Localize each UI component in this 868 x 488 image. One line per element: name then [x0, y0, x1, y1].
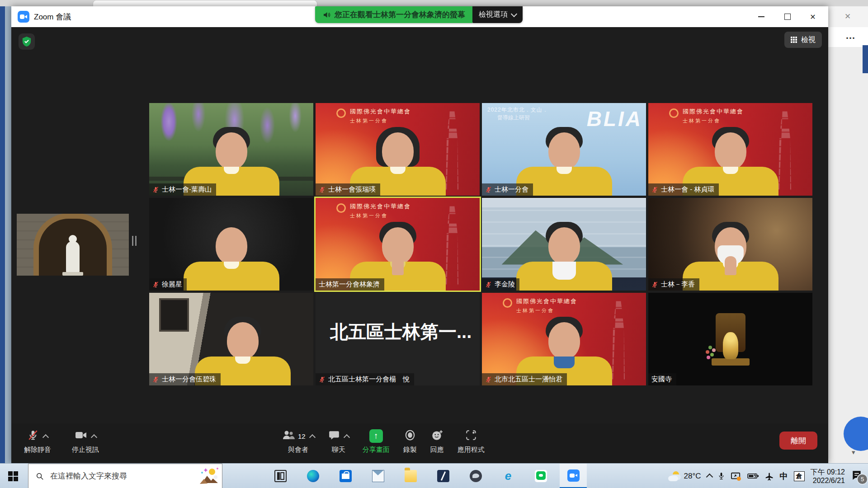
toolbar-button-label: 與會者	[288, 446, 308, 454]
apps-icon	[465, 429, 477, 443]
participant-tile[interactable]: 國際佛光會中華總會士林第一分會士林第一分會林象濟	[316, 198, 480, 291]
taskbar-search[interactable]	[28, 464, 222, 488]
more-options-icon[interactable]: …	[845, 30, 856, 42]
leave-button[interactable]: 離開	[779, 432, 817, 450]
ie-glyph: e	[502, 470, 514, 482]
toolbar-apps-button[interactable]: 應用程式	[458, 429, 485, 454]
taskbar-mail-icon[interactable]	[364, 464, 392, 488]
security-shield-icon[interactable]	[19, 33, 35, 50]
participant-video: 國際佛光會中華總會士林第一分會	[482, 293, 646, 385]
participant-name-label: 士林一分會伍碧珠	[149, 373, 221, 385]
participant-tile[interactable]: 2022年北市北．文山．督導線上研習BLIA士林一分會	[482, 103, 646, 196]
participant-tile[interactable]: 國際佛光會中華總會士林第一分會士林一會張瑞瑛	[316, 103, 480, 196]
toolbar-button-label: 回應	[430, 446, 444, 454]
background-close-icon[interactable]: ✕	[844, 12, 851, 21]
muted-mic-icon	[485, 376, 492, 383]
toolbar-button-label: 停止視訊	[72, 446, 99, 454]
speaker-icon	[322, 11, 330, 19]
taskbar-task-view-icon[interactable]	[267, 464, 294, 488]
view-options-button[interactable]: 檢視選項	[472, 6, 523, 23]
share-banner-message: 您正在觀看士林第一分會林象濟的螢幕	[335, 9, 465, 20]
ime-layout-indicator[interactable]: 倉	[794, 471, 805, 481]
toolbar-participants-button[interactable]: 12與會者	[282, 429, 315, 454]
toolbar-reactions-button[interactable]: 回應	[430, 429, 444, 454]
toolbar-share-button[interactable]: ↑分享畫面	[363, 429, 390, 454]
buddha-altar	[706, 313, 755, 366]
participant-name: 徐麗星	[162, 280, 182, 289]
taskbar-ie-icon[interactable]: e	[495, 464, 522, 488]
participant-name: 士林一會 - 林貞環	[661, 185, 714, 194]
toolbar-button-label: 應用程式	[458, 446, 485, 454]
start-button[interactable]	[0, 464, 26, 488]
participant-tile[interactable]: 士林－李香	[648, 198, 812, 291]
participant-tile[interactable]: 北五區士林第一...北五區士林第一分會楊 悅	[316, 293, 480, 385]
taskbar-store-icon[interactable]	[332, 464, 359, 488]
chevron-up-icon[interactable]	[91, 434, 97, 440]
taskbar-app-dark-icon[interactable]	[429, 464, 457, 488]
toolbar-center-group: 12與會者聊天↑分享畫面錄製回應應用程式	[282, 429, 485, 454]
participant-name: 安國寺	[651, 375, 672, 384]
poster-org-name: 國際佛光會中華總會	[350, 202, 411, 211]
poster-header-text: 國際佛光會中華總會士林第一分會	[350, 108, 411, 124]
mail-glyph	[372, 470, 384, 482]
notification-center-button[interactable]: 5	[851, 469, 864, 483]
taskbar-file-explorer-icon[interactable]	[397, 464, 424, 488]
airplane-icon[interactable]	[765, 472, 774, 481]
muted-mic-icon	[485, 186, 492, 193]
taskbar-app-gray-icon[interactable]	[462, 464, 489, 488]
participant-video: 國際佛光會中華總會士林第一分會	[316, 103, 480, 196]
search-highlight-icon	[199, 466, 220, 487]
gallery-drag-handle[interactable]	[132, 236, 137, 246]
minimize-button[interactable]	[749, 6, 774, 27]
taskbar-zoom-icon[interactable]	[560, 464, 587, 488]
participant-name-label: 安國寺	[648, 373, 676, 385]
participant-name-label: 士林第一分會林象濟	[316, 278, 384, 291]
participant-tile[interactable]: 國際佛光會中華總會士林第一分會北市北五區士一潘怡君	[482, 293, 646, 385]
poster-header: 國際佛光會中華總會士林第一分會	[336, 108, 411, 124]
store-glyph	[340, 470, 352, 482]
participant-tile[interactable]: 士林一會-葉壽山	[149, 103, 313, 196]
participant-tile[interactable]: 安國寺	[648, 293, 812, 385]
toolbar-unmute-button[interactable]: 解除靜音	[24, 429, 51, 454]
toolbar-chat-button[interactable]: 聊天	[328, 429, 349, 454]
chevron-down-icon	[511, 10, 517, 17]
hidden-icons-chevron[interactable]	[706, 474, 713, 481]
taskbar-edge-icon[interactable]	[299, 464, 326, 488]
dropdown-caret-icon[interactable]: ▾	[852, 448, 855, 456]
chevron-up-icon[interactable]	[42, 434, 49, 440]
microphone-tray-icon[interactable]	[718, 471, 725, 481]
poster-header-text: 國際佛光會中華總會士林第一分會	[683, 108, 744, 124]
muted-mic-icon	[651, 281, 658, 288]
participant-name: 士林第一分會林象濟	[319, 280, 380, 289]
participant-tile[interactable]: 李金陵	[482, 198, 646, 291]
participant-tile[interactable]	[17, 214, 129, 276]
battery-icon[interactable]	[747, 473, 759, 479]
toolbar-stop-video-button[interactable]: 停止視訊	[72, 429, 99, 454]
background-browser-tab	[93, 0, 317, 7]
poster-header: 國際佛光會中華總會士林第一分會	[503, 297, 577, 314]
background-left-window-edge	[0, 6, 5, 463]
participant-tile[interactable]: 國際佛光會中華總會士林第一分會士林一會 - 林貞環	[648, 103, 812, 196]
screen-cast-icon[interactable]	[731, 472, 741, 481]
participant-video: 2022年北市北．文山．督導線上研習BLIA	[482, 103, 646, 196]
maximize-button[interactable]	[775, 6, 800, 27]
view-button[interactable]: 檢視	[784, 32, 822, 48]
weather-widget[interactable]: 28°C	[668, 471, 701, 481]
chevron-up-icon[interactable]	[309, 434, 316, 440]
participant-name: 北五區士林第一分會楊 悅	[328, 375, 410, 384]
participant-tile[interactable]: 徐麗星	[149, 198, 313, 291]
screen-share-banner: 您正在觀看士林第一分會林象濟的螢幕 檢視選項	[315, 6, 523, 23]
ime-mode-indicator[interactable]: 中	[780, 471, 788, 482]
chevron-up-icon[interactable]	[344, 434, 350, 440]
poster-branch-name: 士林第一分會	[350, 117, 411, 124]
background-right-window-edge: ✕ … ▾	[828, 6, 868, 463]
background-scrollbar[interactable]	[863, 45, 868, 73]
toolbar-record-button[interactable]: 錄製	[403, 429, 417, 454]
close-button[interactable]	[800, 6, 826, 27]
grid-view-icon	[791, 37, 797, 43]
poster-org-name: 國際佛光會中華總會	[350, 108, 411, 116]
taskbar-line-icon[interactable]	[527, 464, 554, 488]
search-input[interactable]	[49, 471, 222, 481]
taskbar-clock[interactable]: 下午 09:12 2022/6/21	[811, 468, 845, 485]
participant-tile[interactable]: 士林一分會伍碧珠	[149, 293, 313, 385]
